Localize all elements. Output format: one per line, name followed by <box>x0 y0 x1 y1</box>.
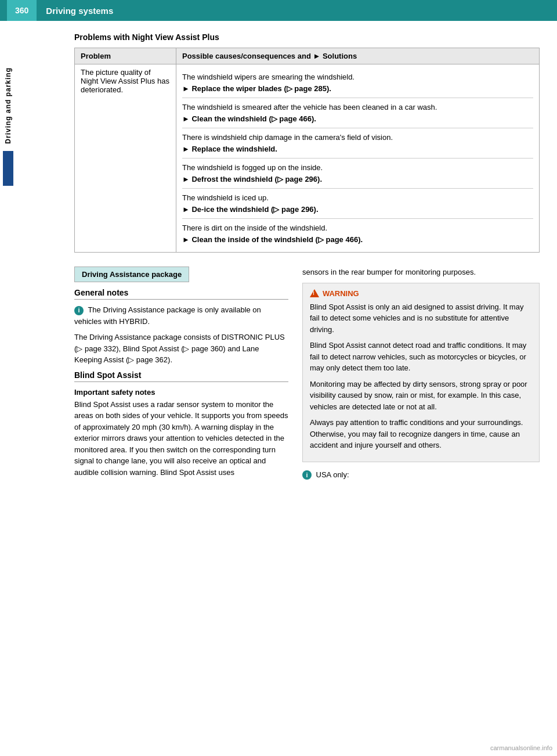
problems-table: Problem Possible causes/consequences and… <box>74 48 540 253</box>
dap-box: Driving Assistance package <box>74 267 189 282</box>
warning-para-4: Always pay attention to traffic conditio… <box>310 417 532 451</box>
warning-triangle-icon <box>310 289 319 297</box>
cause-5: The windshield is iced up. <box>182 192 533 204</box>
info-note-text: The Driving Assistance package is only a… <box>74 305 261 326</box>
cause-6: There is dirt on the inside of the winds… <box>182 222 533 234</box>
action-5: ► De-ice the windshield (▷ page 296). <box>182 204 533 215</box>
action-4: ► Defrost the windshield (▷ page 296). <box>182 174 533 185</box>
page-number: 360 <box>7 0 37 21</box>
sensors-text: sensors in the rear bumper for monitorin… <box>302 267 540 278</box>
bsa-text: Blind Spot Assist uses a radar sensor sy… <box>74 399 288 478</box>
warning-box: WARNING Blind Spot Assist is only an aid… <box>302 283 540 462</box>
warning-label: WARNING <box>323 289 359 298</box>
problem-cell: The picture quality of Night View Assist… <box>75 64 176 253</box>
watermark: carmanualsonline.info <box>490 744 552 751</box>
sidebar: Driving and parking <box>0 21 16 756</box>
info-icon-2: i <box>302 470 312 480</box>
solutions-cell: The windshield wipers are smearing the w… <box>176 64 540 253</box>
dap-text: The Driving Assistance package consists … <box>74 332 288 366</box>
cause-block-6: There is dirt on the inside of the winds… <box>182 219 533 249</box>
left-column: Driving Assistance package General notes… <box>74 267 288 485</box>
cause-block-1: The windshield wipers are smearing the w… <box>182 68 533 98</box>
col1-header: Problem <box>75 48 176 64</box>
col2-header: Possible causes/consequences and ► Solut… <box>176 48 540 64</box>
action-3: ► Replace the windshield. <box>182 143 533 155</box>
warning-para-2: Blind Spot Assist cannot detect road and… <box>310 340 532 374</box>
table-row: The picture quality of Night View Assist… <box>75 64 540 253</box>
header-title: Driving systems <box>46 6 113 16</box>
cause-block-2: The windshield is smeared after the vehi… <box>182 98 533 128</box>
blind-spot-heading: Blind Spot Assist <box>74 370 288 382</box>
sidebar-label: Driving and parking <box>4 67 12 144</box>
info-icon: i <box>74 306 84 315</box>
cause-4: The windshield is fogged up on the insid… <box>182 162 533 174</box>
cause-block-3: There is windshield chip damage in the c… <box>182 128 533 159</box>
cause-3: There is windshield chip damage in the c… <box>182 132 533 143</box>
cause-block-4: The windshield is fogged up on the insid… <box>182 159 533 189</box>
sidebar-block <box>3 151 13 186</box>
safety-notes-label: Important safety notes <box>74 388 288 397</box>
warning-title: WARNING <box>310 289 532 298</box>
usa-note: i USA only: <box>302 469 540 481</box>
action-2: ► Clean the windshield (▷ page 466). <box>182 113 533 125</box>
info-note-para: i The Driving Assistance package is only… <box>74 304 288 327</box>
warning-para-1: Blind Spot Assist is only an aid designe… <box>310 301 532 336</box>
header-bar: 360 Driving systems <box>0 0 557 21</box>
cause-1: The windshield wipers are smearing the w… <box>182 71 533 83</box>
action-1: ► Replace the wiper blades (▷ page 285). <box>182 83 533 95</box>
main-content: Problems with Night View Assist Plus Pro… <box>16 21 557 496</box>
lower-section: Driving Assistance package General notes… <box>74 267 540 485</box>
cause-block-5: The windshield is iced up. ► De-ice the … <box>182 189 533 219</box>
cause-2: The windshield is smeared after the vehi… <box>182 102 533 113</box>
table-section-heading: Problems with Night View Assist Plus <box>74 33 540 42</box>
warning-para-3: Monitoring may be affected by dirty sens… <box>310 379 532 413</box>
usa-note-text: USA only: <box>316 470 349 479</box>
general-notes-heading: General notes <box>74 288 288 300</box>
action-6: ► Clean the inside of the windshield (▷ … <box>182 234 533 246</box>
right-column: sensors in the rear bumper for monitorin… <box>302 267 540 485</box>
